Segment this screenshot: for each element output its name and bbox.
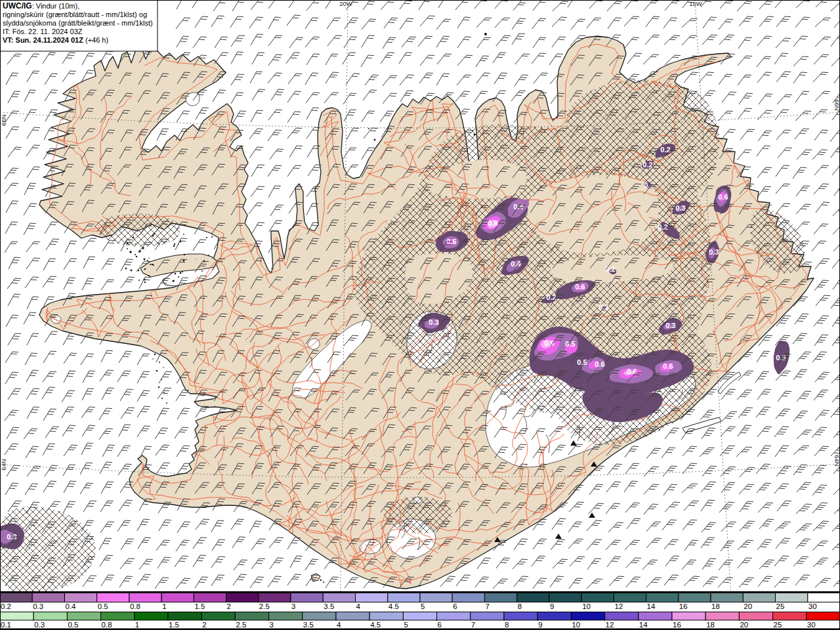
svg-text:16: 16	[673, 621, 681, 629]
svg-text:66N: 66N	[833, 99, 840, 111]
svg-text:30: 30	[807, 621, 816, 629]
svg-text:6: 6	[453, 602, 457, 610]
svg-text:18: 18	[706, 621, 715, 629]
svg-text:20W: 20W	[339, 0, 352, 7]
svg-text:3: 3	[270, 621, 274, 629]
svg-text:IT: Fös. 22. 11. 2024 03Z: IT: Fös. 22. 11. 2024 03Z	[3, 28, 83, 35]
svg-text:3: 3	[291, 602, 295, 610]
svg-text:2: 2	[227, 602, 231, 610]
svg-text:0.8: 0.8	[102, 621, 112, 629]
svg-text:4: 4	[337, 621, 341, 629]
svg-text:0.2: 0.2	[598, 303, 608, 311]
svg-text:2: 2	[202, 621, 206, 629]
svg-text:5: 5	[404, 621, 408, 629]
svg-text:2.5: 2.5	[236, 621, 246, 629]
svg-text:0.6: 0.6	[718, 193, 728, 201]
svg-text:8: 8	[518, 602, 522, 610]
svg-text:20: 20	[740, 621, 748, 629]
svg-text:4.5: 4.5	[388, 602, 399, 610]
svg-text:2.5: 2.5	[259, 602, 270, 610]
svg-text:8: 8	[505, 621, 509, 629]
svg-text:0.1: 0.1	[1, 621, 11, 629]
svg-text:6: 6	[438, 621, 442, 629]
svg-text:7: 7	[471, 621, 475, 629]
svg-text:9: 9	[538, 621, 542, 629]
svg-text:0.8: 0.8	[488, 219, 497, 227]
svg-text:1.5: 1.5	[194, 602, 205, 610]
svg-text:1.5: 1.5	[169, 621, 179, 629]
svg-text:66N: 66N	[0, 114, 7, 126]
svg-text:0.8: 0.8	[130, 602, 140, 610]
svg-text:10: 10	[572, 621, 580, 629]
svg-text:3.5: 3.5	[303, 621, 314, 629]
svg-text:0.5: 0.5	[98, 602, 108, 610]
svg-text:4.5: 4.5	[370, 621, 381, 629]
svg-text:0.3: 0.3	[34, 621, 45, 629]
svg-text:UWC/IG: Vindur (10m),: UWC/IG: Vindur (10m),	[3, 1, 79, 10]
svg-text:0.2: 0.2	[605, 265, 615, 273]
svg-text:9: 9	[550, 602, 554, 610]
svg-text:4: 4	[356, 602, 361, 610]
svg-text:0.3: 0.3	[665, 322, 675, 329]
svg-text:0.2: 0.2	[546, 293, 556, 301]
svg-text:18: 18	[711, 602, 720, 610]
svg-text:25: 25	[776, 602, 785, 610]
svg-text:0.3: 0.3	[429, 318, 438, 326]
svg-text:25: 25	[774, 621, 782, 629]
svg-text:0.6: 0.6	[627, 368, 637, 375]
svg-text:0.2: 0.2	[660, 146, 670, 154]
svg-text:1: 1	[162, 602, 166, 610]
svg-text:0.3: 0.3	[33, 602, 43, 610]
svg-text:16: 16	[679, 602, 688, 610]
svg-text:64N: 64N	[833, 455, 840, 467]
svg-text:14: 14	[647, 602, 656, 610]
svg-text:0.4: 0.4	[511, 260, 521, 268]
svg-text:0.5: 0.5	[577, 358, 587, 366]
svg-text:30: 30	[808, 602, 817, 610]
svg-text:10: 10	[582, 602, 591, 610]
svg-text:0.4: 0.4	[66, 602, 77, 610]
svg-text:0.6: 0.6	[575, 283, 585, 291]
svg-text:12: 12	[614, 602, 623, 610]
svg-text:20: 20	[744, 602, 752, 610]
svg-text:64N: 64N	[0, 459, 7, 471]
svg-text:slydda/snjókoma (grátt/bleikt/: slydda/snjókoma (grátt/bleikt/grænt - mm…	[3, 19, 153, 27]
svg-text:1: 1	[135, 621, 139, 629]
svg-text:0.2: 0.2	[1, 602, 11, 610]
svg-text:5: 5	[421, 602, 425, 610]
svg-text:VT: Sun. 24.11.2024 01Z (+46 h: VT: Sun. 24.11.2024 01Z (+46 h)	[3, 36, 108, 44]
svg-text:14: 14	[639, 621, 648, 629]
svg-text:rigning/skúrir (grænt/blátt/ra: rigning/skúrir (grænt/blátt/rautt - mm/1…	[3, 10, 147, 18]
svg-text:0.5: 0.5	[68, 621, 78, 629]
svg-text:7: 7	[486, 602, 490, 610]
svg-text:3.5: 3.5	[324, 602, 334, 610]
svg-text:15W: 15W	[689, 0, 702, 7]
svg-text:0.2: 0.2	[642, 161, 652, 169]
svg-text:0.2: 0.2	[658, 223, 667, 231]
svg-text:0.6: 0.6	[663, 362, 673, 370]
svg-text:0.6: 0.6	[595, 360, 604, 368]
svg-text:12: 12	[606, 621, 614, 629]
svg-text:0.3: 0.3	[709, 248, 719, 256]
